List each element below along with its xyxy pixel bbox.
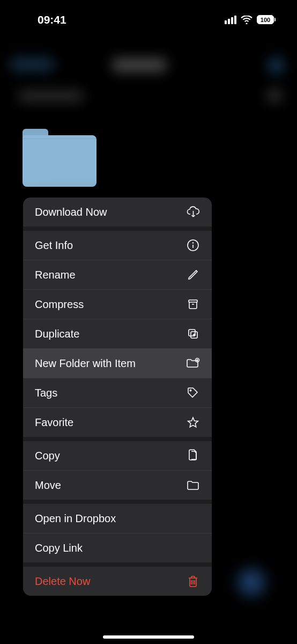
menu-item-rename[interactable]: Rename [23,260,212,289]
cellular-signal-icon [225,16,236,24]
svg-point-11 [190,390,191,391]
menu-label: Favorite [35,416,73,429]
copy-doc-icon [186,449,200,463]
menu-label: Rename [35,269,76,281]
menu-label: Compress [35,298,84,311]
cloud-download-icon [186,205,200,219]
menu-label: Tags [35,387,57,399]
menu-label: Move [35,479,61,492]
menu-item-get-info[interactable]: Get Info [23,231,212,260]
menu-item-tags[interactable]: Tags [23,378,212,407]
menu-label: Get Info [35,239,73,252]
battery-indicator: 100 [257,15,276,24]
duplicate-icon [186,327,200,341]
context-menu: Download Now Get Info Rename Compress Du… [23,197,212,596]
menu-label: Copy Link [35,542,83,554]
menu-item-new-folder-with-item[interactable]: New Folder with Item [23,349,212,378]
menu-item-open-in-dropbox[interactable]: Open in Dropbox [23,504,212,533]
status-indicators: 100 [225,15,276,24]
tag-icon [186,386,200,400]
menu-item-copy-link[interactable]: Copy Link [23,533,212,562]
status-time: 09:41 [38,13,66,26]
status-bar: 09:41 100 [0,0,297,30]
menu-label: Copy [35,450,60,462]
menu-item-move[interactable]: Move [23,471,212,500]
menu-item-favorite[interactable]: Favorite [23,408,212,437]
folder-icon [186,478,200,492]
wifi-icon [241,16,253,24]
menu-label: New Folder with Item [35,357,136,370]
star-icon [186,415,200,429]
menu-label: Delete Now [35,575,90,588]
battery-level: 100 [261,17,270,23]
menu-item-download-now[interactable]: Download Now [23,197,212,226]
menu-label: Open in Dropbox [35,513,116,525]
menu-item-copy[interactable]: Copy [23,441,212,470]
folder-plus-icon [186,356,200,370]
info-icon [186,238,200,252]
menu-item-compress[interactable]: Compress [23,290,212,319]
blurred-background [0,54,297,107]
svg-rect-3 [189,300,197,302]
menu-label: Duplicate [35,328,79,340]
svg-point-2 [193,243,194,243]
home-indicator[interactable] [103,635,194,639]
blurred-background-element [238,569,265,596]
menu-item-delete-now[interactable]: Delete Now [23,567,212,596]
pencil-icon [186,268,200,282]
trash-icon [186,574,200,588]
selected-folder-icon[interactable] [23,129,96,186]
menu-label: Download Now [35,206,107,218]
archive-icon [186,297,200,311]
menu-item-duplicate[interactable]: Duplicate [23,319,212,348]
